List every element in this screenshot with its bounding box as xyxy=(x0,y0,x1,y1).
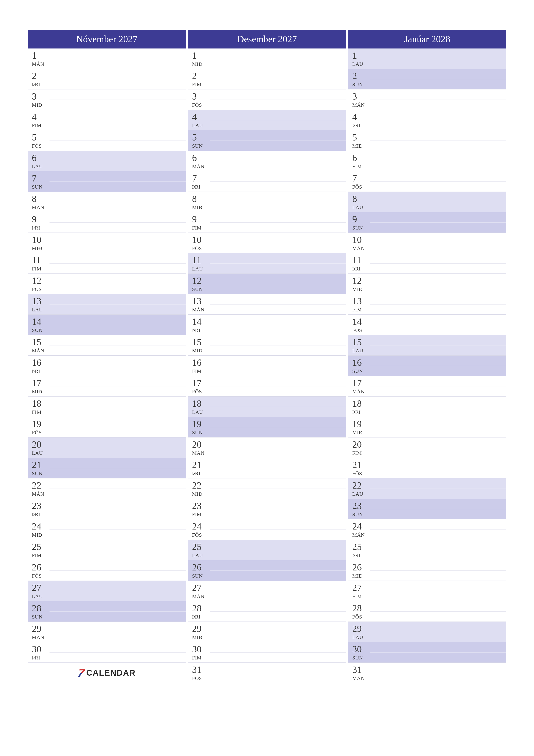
day-abbrev: MÁN xyxy=(192,164,346,169)
day-row: 11LAU xyxy=(188,253,346,274)
day-abbrev: FÖS xyxy=(32,430,186,436)
day-row: 1LAU xyxy=(348,48,506,69)
day-number: 29 xyxy=(32,624,186,634)
day-row: 28FÖS xyxy=(348,601,506,622)
day-row: 31FÖS xyxy=(188,663,346,683)
logo-mark-icon: 7 xyxy=(77,666,86,680)
day-number: 10 xyxy=(192,235,346,245)
day-number: 28 xyxy=(192,604,346,613)
day-number: 24 xyxy=(192,522,346,531)
day-row: 24MÁN xyxy=(348,519,506,540)
day-abbrev: LAU xyxy=(32,164,186,169)
day-row: 16FIM xyxy=(188,356,346,376)
day-number: 14 xyxy=(352,317,506,327)
day-row: 6MÁN xyxy=(188,151,346,171)
day-number: 30 xyxy=(192,645,346,654)
day-number: 30 xyxy=(32,645,186,654)
day-number: 23 xyxy=(192,501,346,511)
day-row: 6LAU xyxy=(28,151,186,171)
day-number: 7 xyxy=(352,174,506,183)
day-abbrev: ÞRI xyxy=(32,225,186,231)
day-row: 26MIÐ xyxy=(348,560,506,581)
day-number: 8 xyxy=(192,194,346,204)
day-abbrev: ÞRI xyxy=(192,471,346,476)
day-abbrev: MÁN xyxy=(192,594,346,599)
day-number: 11 xyxy=(192,256,346,265)
day-abbrev: SUN xyxy=(32,327,186,333)
day-row: 4LAU xyxy=(188,110,346,130)
day-abbrev: FÖS xyxy=(32,143,186,149)
day-abbrev: SUN xyxy=(192,143,346,149)
day-number: 9 xyxy=(192,215,346,224)
day-abbrev: MÁN xyxy=(32,348,186,354)
day-abbrev: FÖS xyxy=(352,327,506,333)
day-abbrev: LAU xyxy=(192,122,346,128)
day-number: 27 xyxy=(32,583,186,593)
day-row: 16SUN xyxy=(348,356,506,376)
day-row: 27LAU xyxy=(28,581,186,601)
day-number: 13 xyxy=(192,297,346,306)
day-number: 9 xyxy=(352,215,506,224)
day-row: 26SUN xyxy=(188,560,346,581)
day-number: 23 xyxy=(352,501,506,511)
day-abbrev: FIM xyxy=(32,553,186,558)
day-abbrev: FÖS xyxy=(192,532,346,538)
day-number: 20 xyxy=(192,440,346,449)
day-abbrev: SUN xyxy=(352,655,506,661)
day-abbrev: FIM xyxy=(192,82,346,88)
day-number: 20 xyxy=(352,440,506,449)
day-row: 15LAU xyxy=(348,335,506,356)
day-number: 1 xyxy=(32,51,186,60)
day-number: 5 xyxy=(352,133,506,142)
day-abbrev: ÞRI xyxy=(352,266,506,272)
day-abbrev: FÖS xyxy=(192,389,346,394)
month-column: Desember 20271MIÐ2FIM3FÖS4LAU5SUN6MÁN7ÞR… xyxy=(188,30,346,683)
day-row: 3MÁN xyxy=(348,90,506,110)
day-row: 13MÁN xyxy=(188,294,346,315)
day-abbrev: FÖS xyxy=(32,286,186,292)
day-abbrev: ÞRI xyxy=(32,512,186,517)
day-row: 22MÁN xyxy=(28,478,186,499)
day-abbrev: SUN xyxy=(192,573,346,579)
day-number: 28 xyxy=(352,604,506,613)
day-abbrev: FÖS xyxy=(352,471,506,476)
day-number: 16 xyxy=(32,358,186,367)
day-row: 9FIM xyxy=(188,212,346,233)
day-row: 3MIÐ xyxy=(28,90,186,110)
day-abbrev: LAU xyxy=(352,348,506,354)
day-abbrev: LAU xyxy=(32,307,186,313)
day-abbrev: LAU xyxy=(32,450,186,456)
day-abbrev: MIÐ xyxy=(192,634,346,640)
day-abbrev: FIM xyxy=(352,594,506,599)
day-abbrev: MIÐ xyxy=(352,573,506,579)
day-abbrev: MIÐ xyxy=(192,348,346,354)
day-number: 20 xyxy=(32,440,186,449)
day-abbrev: MIÐ xyxy=(352,430,506,436)
day-number: 16 xyxy=(352,358,506,367)
day-abbrev: MÁN xyxy=(352,389,506,394)
day-number: 19 xyxy=(32,419,186,429)
day-abbrev: MIÐ xyxy=(192,204,346,210)
day-number: 13 xyxy=(352,297,506,306)
day-row: 12MIÐ xyxy=(348,274,506,294)
day-number: 22 xyxy=(32,481,186,490)
day-abbrev: FÖS xyxy=(192,245,346,251)
day-number: 28 xyxy=(32,604,186,613)
day-abbrev: ÞRI xyxy=(32,82,186,88)
day-row: 23SUN xyxy=(348,499,506,519)
day-number: 8 xyxy=(32,194,186,204)
day-number: 25 xyxy=(192,542,346,552)
day-row: 22MIÐ xyxy=(188,478,346,499)
day-abbrev: MÁN xyxy=(32,634,186,640)
day-row: 18ÞRI xyxy=(348,396,506,417)
day-number: 3 xyxy=(192,92,346,101)
day-number: 6 xyxy=(192,153,346,163)
day-number: 1 xyxy=(352,51,506,60)
brand-logo: 7CALENDAR xyxy=(28,663,186,683)
day-abbrev: ÞRI xyxy=(32,655,186,661)
day-row: 18LAU xyxy=(188,396,346,417)
day-row: 20FIM xyxy=(348,438,506,458)
month-header: Janúar 2028 xyxy=(348,30,506,48)
day-number: 9 xyxy=(32,215,186,224)
day-number: 2 xyxy=(192,71,346,81)
